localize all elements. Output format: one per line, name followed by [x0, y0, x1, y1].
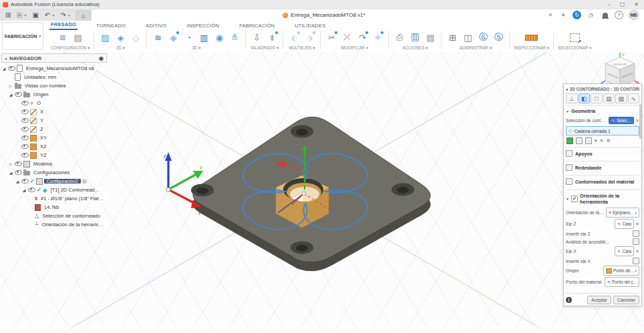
setup-icon[interactable]: ⧈: [56, 31, 69, 44]
toggle-section-contorneados-del-material[interactable]: Contorneados del material: [566, 175, 639, 188]
clear-selection-icon[interactable]: ✕: [635, 222, 639, 227]
ribbon-tab-inspección[interactable]: INSPECCIÓN: [185, 23, 220, 30]
visibility-eye-icon[interactable]: [15, 170, 22, 175]
help-icon[interactable]: ?: [615, 11, 623, 19]
group-label[interactable]: MULTIEJES ▾: [289, 45, 315, 50]
post-library-icon[interactable]: Ⓖ: [476, 31, 490, 44]
info-icon[interactable]: i: [566, 297, 572, 303]
adaptive-2d-icon[interactable]: ◈: [114, 31, 127, 44]
clear-selection-icon[interactable]: ✕: [635, 249, 639, 254]
enabled-check-icon[interactable]: ✓: [30, 178, 35, 184]
file-icon[interactable]: ⎘: [17, 9, 22, 21]
tree-item[interactable]: +O: [1, 99, 107, 107]
visibility-eye-icon[interactable]: [21, 179, 29, 184]
ribbon-tab-torneado[interactable]: TORNEADO: [95, 23, 127, 30]
delete-path-icon[interactable]: ⤫: [340, 31, 353, 44]
tap-icon[interactable]: ⇟: [265, 31, 279, 44]
history-clock-icon[interactable]: ◷: [587, 11, 595, 19]
expander-icon[interactable]: ◢: [1, 66, 7, 71]
undo-icon[interactable]: ↶: [45, 9, 50, 21]
hole-left[interactable]: [191, 184, 214, 197]
expander-icon[interactable]: ◢: [21, 188, 27, 192]
tree-item[interactable]: ▷Modelos: [1, 159, 107, 168]
browser-filter-icon[interactable]: ◉: [99, 55, 104, 61]
expander-icon[interactable]: ◢: [15, 179, 20, 184]
dropdown[interactable]: Punto de...▾: [603, 266, 639, 276]
maximize-button[interactable]: ▢: [620, 0, 625, 9]
spiral-3d-icon[interactable]: ◉: [212, 31, 226, 44]
expander-icon[interactable]: ▷: [8, 83, 13, 88]
toggle-section-apoyos[interactable]: Apoyos: [566, 147, 639, 159]
group-label[interactable]: SELECCIONAR ▾: [558, 45, 591, 50]
tree-item[interactable]: ◢Entrega_MecanizadoMTO8 v8: [1, 64, 107, 73]
geometry-section-header[interactable]: ▼ Geometría: [566, 105, 639, 115]
dropdown[interactable]: +Eje/plano...▾: [606, 208, 639, 218]
app-grid-icon[interactable]: ⊞: [5, 9, 11, 21]
home-tab[interactable]: ⌂: [75, 10, 92, 21]
expander-icon[interactable]: ▷: [8, 161, 13, 166]
enabled-check-icon[interactable]: ✓: [37, 187, 41, 193]
tree-item[interactable]: Z: [1, 125, 107, 133]
group-label[interactable]: ACCIONES ▾: [403, 45, 428, 50]
accept-button[interactable]: Aceptar: [587, 296, 611, 304]
extend-icon[interactable]: [576, 137, 583, 144]
notifications-bell-icon[interactable]: [601, 11, 609, 19]
post-process-icon[interactable]: ⎙: [393, 31, 406, 44]
group-label[interactable]: MODIFICAR ▾: [341, 45, 368, 50]
tree-item[interactable]: ┴Orientación de la herramienta: [1, 220, 107, 229]
browser-header[interactable]: ◂ NAVEGADOR ◉: [1, 53, 107, 63]
dialog-tab-shape[interactable]: □: [591, 93, 603, 103]
tree-item[interactable]: YZ: [1, 151, 107, 159]
visibility-eye-icon[interactable]: [15, 92, 22, 97]
new-tab-button[interactable]: +: [556, 9, 570, 21]
checkbox[interactable]: [566, 150, 573, 157]
tree-item[interactable]: XZ: [1, 142, 107, 151]
setup-sheet-doc-icon[interactable]: ▤: [424, 31, 437, 44]
visibility-eye-icon[interactable]: [21, 118, 29, 123]
avatar[interactable]: MB: [629, 10, 639, 20]
tree-item[interactable]: ▷Vistas con nombre: [1, 81, 107, 90]
selection-button[interactable]: ↖Cara: [615, 246, 634, 256]
tree-item[interactable]: XY: [1, 133, 107, 142]
group-label[interactable]: ADMINISTRAR ▾: [460, 45, 492, 50]
dialog-tab-heights[interactable]: ▤: [603, 93, 615, 103]
contour-3d-icon[interactable]: ◔: [182, 31, 195, 44]
checkbox[interactable]: [633, 238, 639, 245]
pattern-icon[interactable]: ✧: [371, 31, 384, 44]
job-status-icon[interactable]: ↻: [573, 11, 581, 19]
hole-top[interactable]: [291, 125, 313, 138]
tree-item[interactable]: Y: [1, 116, 107, 125]
hole-right[interactable]: [391, 184, 414, 196]
close-tab-icon[interactable]: ✕: [548, 12, 552, 18]
collapse-panel-icon[interactable]: ◂: [5, 56, 7, 61]
dialog-scrollbar[interactable]: [639, 104, 641, 139]
probe-ruler-icon[interactable]: [525, 31, 538, 44]
checkbox[interactable]: [566, 178, 573, 185]
save-icon[interactable]: ▣: [32, 9, 38, 21]
dialog-tab-passes[interactable]: ▨: [615, 93, 627, 103]
tree-item[interactable]: ◢Origen: [1, 90, 107, 99]
orientation-checkbox[interactable]: ✓: [571, 196, 578, 202]
dialog-tab-tool[interactable]: ⊥: [566, 93, 578, 103]
pocket-3d-icon[interactable]: ◆: [166, 31, 180, 44]
close-button[interactable]: ✕: [634, 0, 639, 9]
group-label[interactable]: TALADRADO ▾: [250, 45, 279, 50]
gcode-editor-icon[interactable]: G1G2: [408, 31, 422, 44]
visibility-eye-icon[interactable]: [21, 127, 29, 131]
parallel-3d-icon[interactable]: ▥: [197, 31, 210, 44]
face-2d-icon[interactable]: ▨: [98, 31, 112, 44]
group-label[interactable]: 2D ▾: [116, 45, 125, 50]
dropdown-arrow-icon[interactable]: ▾: [595, 138, 597, 143]
checkbox[interactable]: [566, 164, 573, 171]
dialog-header[interactable]: ● 2D CONTORNEADO : 2D CONTORNEADO1 «: [566, 85, 639, 93]
ramp-3d-icon[interactable]: ≙: [228, 31, 241, 44]
tree-item[interactable]: X: [1, 107, 107, 116]
group-label[interactable]: CONFIGURACIÓN ▾: [51, 45, 90, 50]
extend-green-icon[interactable]: [567, 137, 573, 144]
tree-item[interactable]: ‖#1 - Ø1/8" plano (1/8" Flat En...: [1, 194, 107, 203]
visibility-eye-icon[interactable]: [21, 135, 29, 140]
tree-item[interactable]: 14.7kb: [1, 203, 107, 212]
clear-x-icon[interactable]: ✕: [600, 138, 604, 143]
ribbon-tab-aditivo[interactable]: ADITIVO: [144, 23, 168, 30]
group-label[interactable]: 3D ▾: [192, 45, 200, 50]
